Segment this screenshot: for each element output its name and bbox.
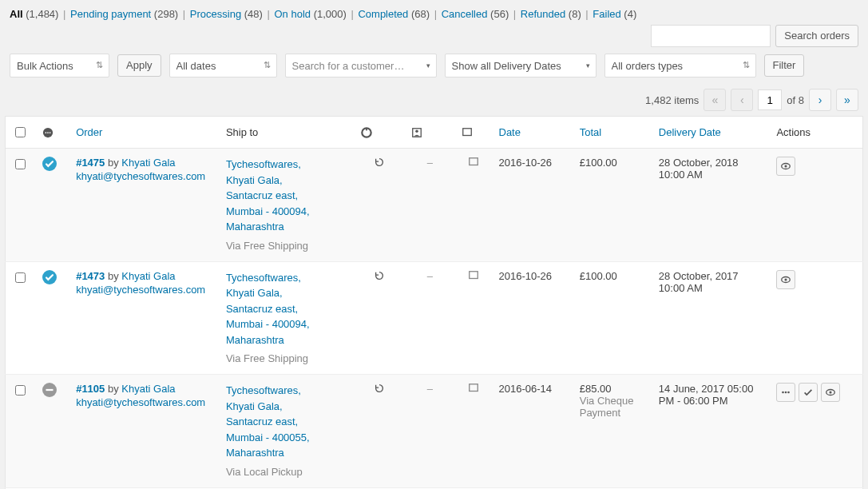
status-filter-count: (1,484) xyxy=(26,8,58,20)
svg-point-22 xyxy=(788,392,791,394)
svg-point-20 xyxy=(783,392,785,394)
status-filter-count: (298) xyxy=(154,8,178,20)
status-filter-link[interactable]: Processing xyxy=(190,8,244,20)
order-total-note: Via Cheque Payment xyxy=(580,395,646,419)
delivery-dates-filter-select[interactable]: Show all Delivery Dates xyxy=(445,54,597,78)
svg-point-16 xyxy=(785,278,787,280)
orders-table: Order Ship to Date Total Delivery Date A… xyxy=(5,116,863,489)
order-note-icon xyxy=(468,384,479,396)
select-all-checkbox[interactable] xyxy=(15,127,26,137)
action-more-button[interactable] xyxy=(776,383,795,402)
items-count: 1,482 items xyxy=(645,94,699,106)
order-by-label: by xyxy=(108,383,119,395)
status-filter-link[interactable]: Refunded xyxy=(521,8,569,20)
order-email-link[interactable]: khyati@tychesoftwares.com xyxy=(76,284,205,296)
svg-rect-18 xyxy=(46,389,53,391)
next-page-button[interactable]: › xyxy=(809,89,831,111)
apply-button[interactable]: Apply xyxy=(117,54,161,77)
date-column-header[interactable]: Date xyxy=(493,117,573,149)
search-orders-button[interactable]: Search orders xyxy=(775,25,858,47)
customer-filter-select[interactable]: Search for a customer… xyxy=(285,54,437,78)
items-header-icon xyxy=(361,127,372,138)
svg-point-2 xyxy=(47,132,49,133)
dates-filter-select[interactable]: All dates xyxy=(169,54,277,78)
status-filter-link[interactable]: All xyxy=(10,8,26,20)
row-checkbox[interactable] xyxy=(15,159,26,169)
refresh-icon xyxy=(374,384,385,396)
status-filter-count: (56) xyxy=(490,8,509,20)
page-input[interactable] xyxy=(758,89,782,110)
page-of-text: of 8 xyxy=(787,94,804,106)
action-view-button[interactable] xyxy=(776,157,795,176)
svg-point-12 xyxy=(785,165,787,167)
order-id-link[interactable]: #1475 xyxy=(76,157,105,169)
refresh-icon xyxy=(374,272,385,284)
order-customer-link[interactable]: Khyati Gala xyxy=(121,270,175,282)
ship-via: Via Free Shipping xyxy=(226,240,348,252)
order-total: £100.00 xyxy=(580,157,646,169)
status-filter-count: (4) xyxy=(624,8,636,20)
delivery-date: 28 October, 2017 10:00 AM xyxy=(652,261,771,375)
ship-to-link[interactable]: Tychesoftwares,Khyati Gala,Santacruz eas… xyxy=(226,158,310,233)
refresh-icon xyxy=(374,158,385,170)
total-column-header[interactable]: Total xyxy=(573,117,652,149)
row-checkbox[interactable] xyxy=(15,272,26,283)
status-filter-link[interactable]: Pending payment xyxy=(70,8,154,20)
status-filter-link[interactable]: Completed xyxy=(358,8,410,20)
svg-point-1 xyxy=(45,132,46,133)
table-row: #1475 by Khyati Galakhyati@tychesoftware… xyxy=(6,149,863,262)
order-note-icon xyxy=(468,158,479,170)
svg-point-3 xyxy=(50,132,51,133)
ship-to-link[interactable]: Tychesoftwares,Khyati Gala,Santacruz eas… xyxy=(226,384,310,459)
ship-via: Via Free Shipping xyxy=(226,352,348,364)
ship-via: Via Local Pickup xyxy=(226,466,348,478)
status-filter-count: (68) xyxy=(411,8,430,20)
status-filter-count: (1,000) xyxy=(314,8,347,20)
order-column-header[interactable]: Order xyxy=(69,117,220,149)
order-id-link[interactable]: #1105 xyxy=(76,383,105,395)
svg-rect-10 xyxy=(470,158,478,165)
order-date: 2016-06-14 xyxy=(493,375,573,488)
status-filter-count: (8) xyxy=(569,8,581,20)
order-total: £85.00 xyxy=(580,383,646,395)
customer-note-header-icon xyxy=(411,127,422,138)
bulk-actions-select[interactable]: Bulk Actions xyxy=(10,54,109,78)
customer-note-cell: – xyxy=(427,157,433,169)
delivery-date-column-header[interactable]: Delivery Date xyxy=(652,117,771,149)
filter-button[interactable]: Filter xyxy=(764,54,805,77)
status-icon xyxy=(42,383,57,397)
customer-note-cell: – xyxy=(427,383,433,395)
svg-rect-5 xyxy=(366,129,367,131)
svg-rect-19 xyxy=(470,384,478,392)
order-id-link[interactable]: #1473 xyxy=(76,270,105,282)
order-note-icon xyxy=(468,272,479,284)
svg-rect-14 xyxy=(470,271,478,278)
svg-point-7 xyxy=(415,130,418,133)
status-icon xyxy=(42,157,57,171)
order-by-label: by xyxy=(108,157,119,169)
order-types-filter-select[interactable]: All orders types xyxy=(604,54,756,78)
ship-to-link[interactable]: Tychesoftwares,Khyati Gala,Santacruz eas… xyxy=(226,272,310,346)
first-page-button[interactable]: « xyxy=(704,89,726,111)
delivery-date: 28 October, 2018 10:00 AM xyxy=(652,149,771,262)
svg-point-21 xyxy=(785,392,787,394)
row-checkbox[interactable] xyxy=(15,385,26,396)
order-customer-link[interactable]: Khyati Gala xyxy=(121,157,175,169)
notes-header-icon xyxy=(462,127,473,138)
prev-page-button[interactable]: ‹ xyxy=(731,89,753,111)
delivery-date: 14 June, 2017 05:00 PM - 06:00 PM xyxy=(652,375,771,488)
status-filter-link[interactable]: On hold xyxy=(274,8,313,20)
action-view-button[interactable] xyxy=(821,383,840,402)
order-by-label: by xyxy=(108,270,119,282)
table-row: #1473 by Khyati Galakhyati@tychesoftware… xyxy=(6,261,863,375)
order-email-link[interactable]: khyati@tychesoftwares.com xyxy=(76,170,205,182)
action-view-button[interactable] xyxy=(776,270,795,289)
orders-search-input[interactable] xyxy=(651,25,771,47)
last-page-button[interactable]: » xyxy=(836,89,858,111)
svg-point-24 xyxy=(829,391,831,393)
order-email-link[interactable]: khyati@tychesoftwares.com xyxy=(76,396,205,408)
action-complete-button[interactable] xyxy=(799,383,818,402)
order-customer-link[interactable]: Khyati Gala xyxy=(121,383,175,395)
status-filter-link[interactable]: Cancelled xyxy=(442,8,490,20)
status-filter-link[interactable]: Failed xyxy=(593,8,624,20)
